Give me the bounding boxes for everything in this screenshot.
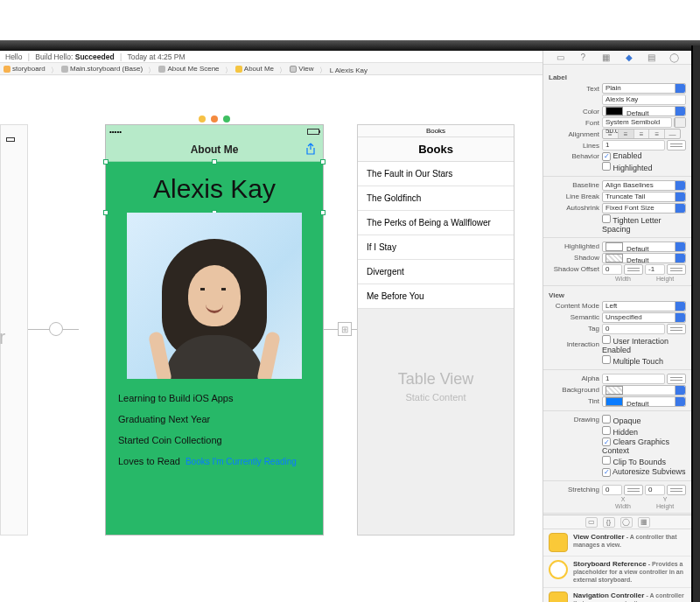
storyboard-ref-icon: [549, 560, 568, 579]
file-template-icon[interactable]: ▭: [585, 517, 598, 528]
profile-image[interactable]: [127, 213, 302, 379]
exit-icon[interactable]: [223, 116, 230, 122]
build-timestamp: Today at 4:25 PM: [127, 52, 185, 61]
font-picker-button[interactable]: T: [674, 117, 686, 128]
alpha-field[interactable]: 1: [602, 374, 665, 384]
opaque-checkbox[interactable]: [602, 415, 611, 424]
table-row[interactable]: Me Before You: [358, 284, 514, 309]
fact-item[interactable]: Learning to Build iOS Apps: [118, 393, 311, 403]
fact-item[interactable]: Started Coin Collectiong: [118, 435, 311, 445]
about-me-scene[interactable]: ••••• About Me Alexis Kay Learning to Bu…: [105, 124, 324, 536]
lines-field[interactable]: 1: [602, 140, 665, 150]
file-inspector-icon[interactable]: ▭: [554, 52, 566, 63]
media-library-icon[interactable]: ▦: [638, 517, 650, 528]
baseline-popup[interactable]: Align Baselines: [602, 180, 686, 191]
autoshrink-popup[interactable]: Fixed Font Size: [602, 203, 686, 214]
build-status: Succeeded: [75, 52, 115, 61]
segue-destination-icon[interactable]: ⊞: [338, 322, 352, 336]
view-controller-icon: [549, 533, 568, 552]
fact-item[interactable]: Graduating Next Year: [118, 414, 311, 424]
text-value-field[interactable]: Alexis Kay: [602, 94, 686, 105]
enabled-checkbox[interactable]: ✓: [602, 152, 611, 161]
offscreen-scene[interactable]: r: [0, 124, 28, 536]
headline-label[interactable]: Alexis Kay: [106, 162, 323, 213]
books-link[interactable]: Books I'm Currently Reading: [186, 457, 297, 466]
mt-checkbox[interactable]: [602, 355, 611, 364]
table-row[interactable]: The Perks of Being a Wallflower: [358, 211, 514, 235]
attributes-inspector-icon[interactable]: ◆: [623, 52, 635, 63]
identity-inspector-icon[interactable]: ▦: [599, 52, 612, 63]
alignment-segment[interactable]: ≡≡≡≡—: [602, 129, 681, 139]
semantic-popup[interactable]: Unspecified: [602, 312, 686, 323]
clip-checkbox[interactable]: [602, 456, 611, 465]
table-row[interactable]: The Fault in Our Stars: [358, 162, 514, 186]
hidden-checkbox[interactable]: [602, 426, 611, 435]
xcode-activity-bar: Hello | Build Hello: Succeeded | Today a…: [0, 51, 542, 63]
help-inspector-icon[interactable]: ?: [577, 52, 589, 63]
contentmode-popup[interactable]: Left: [602, 301, 686, 312]
inspector-tabs[interactable]: ▭ ? ▦ ◆ ▤ ◯: [543, 51, 691, 65]
table-row[interactable]: Divergent: [358, 260, 514, 284]
object-library-icon[interactable]: ◯: [620, 517, 633, 528]
storyboard-canvas[interactable]: r ⊞ ••••• About Me Alexis Kay: [0, 75, 542, 602]
project-name: Hello: [5, 52, 22, 61]
battery-icon: [307, 129, 319, 135]
vc-dock-icon[interactable]: [199, 116, 206, 122]
object-library: ▭ {} ◯ ▦ View Controller - A controller …: [543, 514, 691, 602]
tableview-placeholder: Table View Static Content: [358, 309, 514, 402]
shadow-h-field[interactable]: -1: [645, 264, 665, 275]
first-responder-icon[interactable]: [211, 116, 218, 122]
shadow-w-field[interactable]: 0: [602, 264, 622, 275]
background-popup[interactable]: [602, 385, 686, 396]
highlighted-checkbox[interactable]: [602, 162, 611, 171]
connections-inspector-icon[interactable]: ◯: [668, 52, 681, 63]
nav-controller-icon: [549, 592, 568, 602]
clears-checkbox[interactable]: ✓: [602, 438, 611, 446]
stretch-y-field[interactable]: 0: [645, 485, 665, 495]
table-row[interactable]: The Goldfinch: [358, 186, 514, 211]
share-icon[interactable]: [305, 143, 316, 158]
stretch-x-field[interactable]: 0: [602, 485, 622, 495]
library-item[interactable]: Navigation Controller - A controller tha…: [543, 588, 691, 602]
fact-item[interactable]: Loves to ReadBooks I'm Currently Reading: [118, 456, 311, 466]
library-tabs[interactable]: ▭ {} ◯ ▦: [543, 515, 691, 529]
lines-stepper[interactable]: [667, 140, 686, 150]
shadow-color-popup[interactable]: Default: [602, 253, 686, 263]
highlighted-color-popup[interactable]: Default: [602, 242, 686, 252]
autoresize-checkbox[interactable]: ✓: [602, 468, 611, 477]
section-view: View: [549, 291, 686, 299]
uie-checkbox[interactable]: [602, 335, 611, 344]
table-row[interactable]: If I Stay: [358, 235, 514, 260]
tint-popup[interactable]: Default: [602, 396, 686, 407]
text-style-popup[interactable]: Plain: [602, 83, 686, 94]
section-label: Label: [549, 74, 686, 81]
tag-field[interactable]: 0: [602, 324, 665, 334]
nav-title[interactable]: Books: [358, 137, 514, 162]
segue-source-icon[interactable]: [49, 322, 63, 336]
books-scene[interactable]: Books Books The Fault in Our Stars The G…: [357, 124, 514, 536]
linebreak-popup[interactable]: Truncate Tail: [602, 192, 686, 202]
font-field[interactable]: System Semibold 50.0: [602, 117, 672, 128]
status-bar: •••••: [106, 125, 323, 137]
color-popup[interactable]: Default: [602, 106, 686, 116]
library-item[interactable]: Storyboard Reference - Provides a placeh…: [543, 556, 691, 588]
build-prefix: Build Hello:: [35, 52, 73, 61]
nav-title: About Me: [191, 144, 239, 156]
scene-title: Books: [358, 125, 514, 137]
library-item[interactable]: View Controller - A controller that mana…: [543, 529, 691, 556]
facts-list: Learning to Build iOS Apps Graduating Ne…: [106, 379, 323, 486]
navigation-bar[interactable]: About Me: [106, 137, 323, 162]
jump-bar[interactable]: storyboard〉 Main.storyboard (Base)〉 Abou…: [0, 63, 542, 75]
size-inspector-icon[interactable]: ▤: [646, 52, 658, 63]
inspector-panel: ▭ ? ▦ ◆ ▤ ◯ Label TextPlain Alexis Kay C…: [542, 51, 691, 602]
code-snippet-icon[interactable]: {}: [603, 517, 615, 528]
tighten-checkbox[interactable]: [602, 214, 611, 223]
scene-dock[interactable]: [106, 113, 323, 125]
